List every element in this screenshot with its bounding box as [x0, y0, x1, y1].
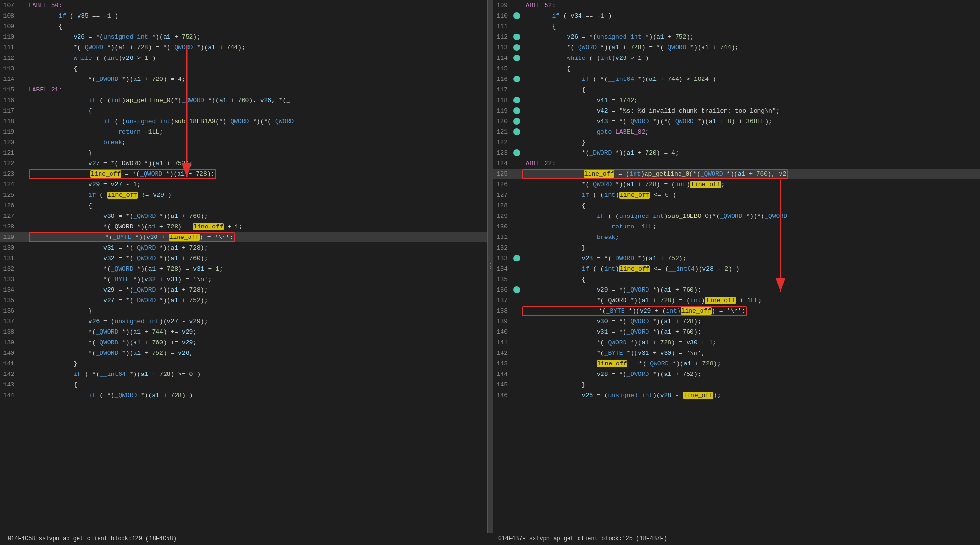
code-text: if ( (int)ap_getline_0(*(_QWORD *)(a1 + …: [29, 97, 485, 104]
table-row: 109 {: [0, 21, 487, 32]
line-number: 131: [2, 255, 20, 262]
code-text: return -1LL;: [522, 223, 978, 230]
breakpoint-dot[interactable]: [513, 128, 520, 135]
table-row: 139 v30 = *(_QWORD *)(a1 + 728);: [493, 316, 980, 327]
table-row: 123 line_off = *(_QWORD *)(a1 + 728);: [0, 169, 487, 179]
code-text: v29 = v27 - 1;: [29, 181, 485, 188]
code-text: if ( v35 == -1 ): [29, 12, 485, 20]
line-number: 110: [495, 12, 513, 20]
code-text: v26 = *(unsigned int *)(a1 + 752);: [522, 34, 978, 41]
pane-divider[interactable]: [488, 0, 493, 533]
line-number: 142: [2, 371, 20, 378]
table-row: 133 v28 = *(_DWORD *)(a1 + 752);: [493, 253, 980, 263]
line-number: 109: [495, 2, 513, 9]
table-row: 128 *( QWORD *)(a1 + 728) = line_off + 1…: [0, 221, 487, 232]
table-row: 142 if ( *(__int64 *)(a1 + 728) >= 0 ): [0, 369, 487, 379]
code-text: {: [29, 65, 485, 72]
code-text: if ( (unsigned int)sub_18EB0F0(*(_QWORD …: [522, 213, 978, 220]
table-row: 137 v26 = (unsigned int)(v27 - v29);: [0, 316, 487, 327]
table-row: 145 }: [493, 379, 980, 390]
line-number: 110: [2, 34, 20, 41]
line-number: 123: [495, 149, 513, 157]
table-row: 113 {: [0, 63, 487, 74]
line-number: 115: [2, 86, 20, 93]
line-number: 129: [495, 213, 513, 220]
code-text: {: [29, 107, 485, 114]
table-row: 108 if ( v35 == -1 ): [0, 11, 487, 21]
table-row: 117 {: [0, 105, 487, 116]
table-row: 144 if ( *(_QWORD *)(a1 + 728) ): [0, 390, 487, 400]
table-row: 136 v29 = *(_QWORD *)(a1 + 760);: [493, 284, 980, 295]
code-text: *(_BYTE *)(v31 + v30) = '\n';: [522, 350, 978, 357]
table-row: 131 v32 = *(_QWORD *)(a1 + 760);: [0, 253, 487, 263]
code-text: *(_QWORD *)(a1 + 728) = (int)line_off;: [522, 181, 978, 188]
line-number: 114: [2, 76, 20, 83]
breakpoint-dot[interactable]: [513, 107, 520, 114]
table-row: 111 *(_QWORD *)(a1 + 728) = *(_QWORD *)(…: [0, 42, 487, 53]
table-row: 135 {: [493, 274, 980, 284]
table-row: 142 *(_BYTE *)(v31 + v30) = '\n';: [493, 348, 980, 358]
table-row: 110 v26 = *(unsigned int *)(a1 + 752);: [0, 32, 487, 42]
code-text: line_off = *(_QWORD *)(a1 + 728);: [522, 360, 978, 367]
code-text: }: [522, 381, 978, 388]
code-text: *(_QWORD *)(a1 + 728) = *(_QWORD *)(a1 +…: [29, 44, 485, 51]
code-text: LABEL_50:: [29, 2, 485, 9]
code-text: *(_BYTE *)(v32 + v31) = '\n';: [29, 276, 485, 283]
code-text: v31 = *(_QWORD *)(a1 + 728);: [29, 244, 485, 251]
line-number: 109: [2, 23, 20, 30]
code-text: *(_QWORD *)(a1 + 728) = v30 + 1;: [522, 339, 978, 346]
breakpoint-dot[interactable]: [513, 149, 520, 156]
line-number: 126: [2, 202, 20, 209]
line-number: 111: [495, 23, 513, 30]
code-text: if ( *(__int64 *)(a1 + 744) > 1024 ): [522, 76, 978, 83]
line-number: 113: [495, 44, 513, 51]
code-text: return -1LL;: [29, 128, 485, 136]
table-row: 123 *(_DWORD *)(a1 + 720) = 4;: [493, 148, 980, 158]
breakpoint-dot[interactable]: [513, 97, 520, 103]
breakpoint-dot[interactable]: [513, 286, 520, 293]
line-number: 124: [2, 181, 20, 188]
line-number: 133: [2, 276, 20, 283]
breakpoint-dot[interactable]: [513, 255, 520, 261]
code-text: v26 = (unsigned int)(v28 - line_off);: [522, 392, 978, 399]
line-number: 144: [2, 392, 20, 399]
table-row: 118 if ( (unsigned int)sub_18EB1A0(*(_QW…: [0, 116, 487, 126]
table-row: 140 v31 = *(_QWORD *)(a1 + 760);: [493, 327, 980, 337]
code-text: {: [522, 276, 978, 283]
line-number: 130: [2, 244, 20, 251]
breakpoint-dot[interactable]: [513, 44, 520, 51]
code-text: }: [522, 139, 978, 146]
right-code-area[interactable]: 109LABEL_52:110 if ( v34 == -1 )111 {112…: [493, 0, 980, 533]
breakpoint-dot[interactable]: [513, 12, 520, 19]
line-number: 123: [2, 170, 20, 178]
line-number: 138: [495, 307, 513, 315]
breakpoint-dot[interactable]: [513, 34, 520, 40]
line-number: 128: [495, 202, 513, 209]
right-pane: 109LABEL_52:110 if ( v34 == -1 )111 {112…: [493, 0, 980, 533]
table-row: 112 v26 = *(unsigned int *)(a1 + 752);: [493, 32, 980, 42]
code-text: *(_BYTE *)(v29 + (int)line_off) = '\r';: [522, 307, 978, 315]
code-text: if ( *(_QWORD *)(a1 + 728) ): [29, 392, 485, 399]
table-row: 141 *(_QWORD *)(a1 + 728) = v30 + 1;: [493, 337, 980, 348]
table-row: 139 *(_QWORD *)(a1 + 760) += v29;: [0, 337, 487, 348]
code-text: }: [29, 307, 485, 315]
breakpoint-dot[interactable]: [513, 55, 520, 61]
code-text: *(_QWORD *)(a1 + 728) = v31 + 1;: [29, 265, 485, 272]
line-number: 117: [495, 86, 513, 93]
table-row: 132 *(_QWORD *)(a1 + 728) = v31 + 1;: [0, 263, 487, 274]
code-text: if ( (int)line_off <= 0 ): [522, 192, 978, 199]
table-row: 124 v29 = v27 - 1;: [0, 179, 487, 190]
table-row: 114 while ( (int)v26 > 1 ): [493, 53, 980, 63]
line-number: 145: [495, 381, 513, 388]
line-number: 137: [2, 318, 20, 325]
left-code-area[interactable]: 107LABEL_50:108 if ( v35 == -1 )109 {110…: [0, 0, 487, 533]
code-text: v30 = *(_QWORD *)(a1 + 728);: [522, 318, 978, 325]
code-text: *(_QWORD *)(a1 + 744) += v29;: [29, 329, 485, 336]
breakpoint-dot[interactable]: [513, 76, 520, 82]
line-number: 139: [2, 339, 20, 346]
line-number: 125: [2, 192, 20, 199]
code-text: v43 = *(_QWORD *)(*(_QWORD *)(a1 + 8) + …: [522, 118, 978, 125]
line-number: 143: [2, 381, 20, 388]
code-text: *( QWORD *)(a1 + 728) = (int)line_off + …: [522, 297, 978, 304]
breakpoint-dot[interactable]: [513, 118, 520, 125]
